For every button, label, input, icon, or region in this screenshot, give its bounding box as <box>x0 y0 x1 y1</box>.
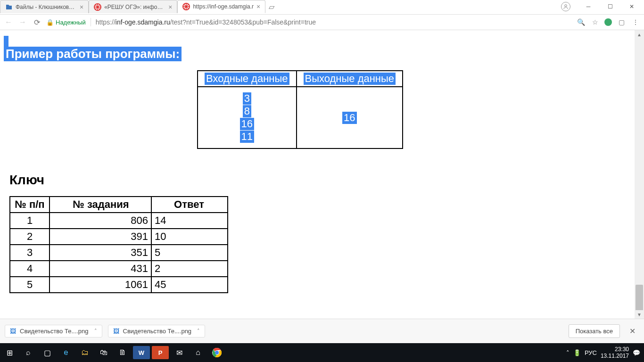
favicon-reshuoge-icon <box>94 3 101 11</box>
chrome-icon[interactable] <box>207 343 226 362</box>
tab-0-label: Файлы - Клюшникова К <box>16 4 77 10</box>
explorer-icon[interactable]: 🗂 <box>75 343 94 362</box>
chevron-up-icon[interactable]: ˄ <box>94 328 97 334</box>
file-image-icon: 🖼 <box>10 328 16 335</box>
close-window-button[interactable]: ✕ <box>621 0 642 13</box>
taskbar: ⊞ ⌕ ▢ e 🗂 🛍 🗎 W P ✉ ⌂ ˄ 🔋 РУС 23:30 13.1… <box>0 343 644 362</box>
tab-1-close-icon[interactable]: × <box>168 4 172 10</box>
search-icon[interactable]: ⌕ <box>19 343 38 362</box>
download-item-1[interactable]: 🖼 Свидетельство Те....png ˄ <box>108 325 206 337</box>
show-all-downloads-button[interactable]: Показать все <box>569 324 620 338</box>
favicon-files-icon <box>5 3 13 11</box>
extension-2-icon[interactable]: ▢ <box>617 18 626 26</box>
bookmark-star-icon[interactable]: ☆ <box>590 18 600 26</box>
extension-icon[interactable] <box>604 18 612 26</box>
download-1-name: Свидетельство Те....png <box>123 328 192 335</box>
time-label: 23:30 <box>601 346 629 353</box>
tab-1-label: «РЕШУ ОГЭ»: информат <box>104 4 165 10</box>
url-domain: inf-oge.sdamgia.ru <box>116 18 170 26</box>
reload-button[interactable]: ⟳ <box>32 18 41 27</box>
task-view-icon[interactable]: ▢ <box>38 343 57 362</box>
store-icon[interactable]: 🛍 <box>94 343 113 362</box>
url-path: /test?nt=True&id=3248053&pub=False&print… <box>170 18 316 26</box>
browser-titlebar: Файлы - Клюшникова К × «РЕШУ ОГЭ»: инфор… <box>0 0 644 14</box>
cell: 391 <box>50 229 151 245</box>
address-bar: ← → ⟳ 🔒 Надежный https://inf-oge.sdamgia… <box>0 14 644 30</box>
cell: 10 <box>151 229 228 245</box>
zoom-icon[interactable]: 🔍 <box>576 18 586 26</box>
tab-0[interactable]: Файлы - Клюшникова К × <box>0 0 89 13</box>
tab-2[interactable]: https://inf-oge.sdamgia.r × <box>177 0 265 13</box>
cell: 5 <box>151 245 228 261</box>
lock-icon: 🔒 <box>46 19 54 26</box>
downloads-bar: 🖼 Свидетельство Те....png ˄ 🖼 Свидетельс… <box>0 319 644 343</box>
scroll-thumb[interactable] <box>636 285 643 313</box>
io-in-1: 8 <box>243 105 251 117</box>
scroll-up-icon[interactable]: ▲ <box>635 30 644 39</box>
cell: 2 <box>10 229 50 245</box>
table-row: 33515 <box>10 245 228 261</box>
key-heading: Ключ <box>9 173 44 188</box>
table-row: 5106145 <box>10 277 228 293</box>
scroll-down-icon[interactable]: ▼ <box>635 310 644 319</box>
system-tray: ˄ 🔋 РУС 23:30 13.11.2017 💬 <box>566 346 644 360</box>
security-indicator[interactable]: 🔒 Надежный <box>46 19 86 26</box>
cell: 4 <box>10 261 50 277</box>
io-in-2: 16 <box>240 118 254 130</box>
maximize-button[interactable]: ☐ <box>600 0 620 13</box>
io-table: Входные данные Выходные данные 3 8 16 11… <box>197 70 403 149</box>
favicon-sdamgia-icon <box>182 3 190 10</box>
battery-icon[interactable]: 🔋 <box>573 349 581 356</box>
tab-0-close-icon[interactable]: × <box>80 4 83 10</box>
menu-icon[interactable]: ⋮ <box>631 18 640 26</box>
close-downloads-bar-icon[interactable]: ✕ <box>626 327 639 336</box>
scrollbar[interactable]: ▲ ▼ <box>635 30 644 319</box>
table-row: 239110 <box>10 229 228 245</box>
page-content: Пример работы программы: Входные данные … <box>0 30 635 319</box>
start-button[interactable]: ⊞ <box>0 343 19 362</box>
tab-2-close-icon[interactable]: × <box>256 3 260 10</box>
ans-h2: Ответ <box>151 197 228 213</box>
minimize-button[interactable]: ─ <box>578 0 599 13</box>
io-input-cell: 3 8 16 11 <box>198 87 297 148</box>
io-in-3: 11 <box>240 131 254 143</box>
cell: 806 <box>50 213 151 229</box>
addr-divider <box>91 18 91 26</box>
io-out-0: 16 <box>342 112 356 124</box>
powerpoint-icon[interactable]: P <box>152 346 169 359</box>
chevron-up-icon[interactable]: ˄ <box>197 328 200 334</box>
cell: 45 <box>151 277 228 293</box>
table-row: 44312 <box>10 261 228 277</box>
lang-indicator[interactable]: РУС <box>585 349 597 356</box>
ans-h0: № п/п <box>10 197 50 213</box>
cell: 3 <box>10 245 50 261</box>
cell: 1 <box>10 213 50 229</box>
cell: 2 <box>151 261 228 277</box>
url-field[interactable]: https://inf-oge.sdamgia.ru/test?nt=True&… <box>96 18 571 26</box>
new-tab-button[interactable]: ▱ <box>265 0 278 13</box>
example-title: Пример работы программы: <box>4 47 182 61</box>
io-in-0: 3 <box>243 92 251 105</box>
mail-icon[interactable]: ✉ <box>170 343 189 362</box>
word-icon[interactable]: W <box>133 346 150 359</box>
io-output-cell: 16 <box>297 87 403 148</box>
tab-1[interactable]: «РЕШУ ОГЭ»: информат × <box>89 0 177 13</box>
file-image-icon: 🖼 <box>113 328 119 335</box>
io-header-output: Выходные данные <box>304 73 396 85</box>
notifications-icon[interactable]: 💬 <box>633 349 640 356</box>
clock[interactable]: 23:30 13.11.2017 <box>601 346 629 360</box>
table-row: 180614 <box>10 213 228 229</box>
edge-icon[interactable]: e <box>57 343 75 362</box>
tab-2-label: https://inf-oge.sdamgia.r <box>193 3 254 10</box>
cell: 1061 <box>50 277 151 293</box>
window-controls: ─ ☐ ✕ <box>561 0 644 13</box>
download-item-0[interactable]: 🖼 Свидетельство Те....png ˄ <box>5 325 102 337</box>
profile-avatar-icon[interactable] <box>561 2 570 11</box>
secure-label: Надежный <box>56 19 86 26</box>
forward-button[interactable]: → <box>18 18 27 26</box>
back-button[interactable]: ← <box>4 18 13 26</box>
download-0-name: Свидетельство Те....png <box>20 328 89 335</box>
tray-chevron-icon[interactable]: ˄ <box>566 349 570 356</box>
notepad-icon[interactable]: 🗎 <box>113 343 132 362</box>
home-icon[interactable]: ⌂ <box>189 343 207 362</box>
